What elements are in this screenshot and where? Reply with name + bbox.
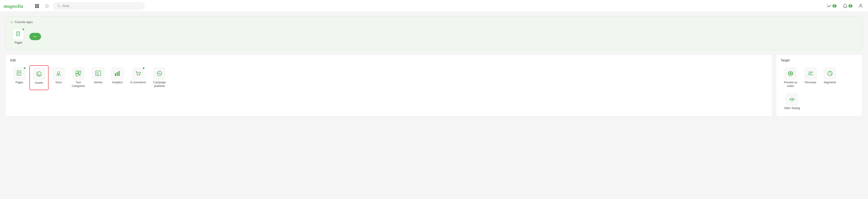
segments-icon xyxy=(827,70,833,77)
abn-testing-icon: A B xyxy=(788,96,795,103)
edit-app-tours[interactable]: Tours xyxy=(50,65,68,90)
assets-grid-icon xyxy=(35,70,42,77)
edit-app-ecommerce[interactable]: E-commerce xyxy=(127,65,149,90)
tasks-icon xyxy=(827,4,832,8)
campaign-publisher-grid-icon-wrap xyxy=(154,67,165,79)
svg-rect-3 xyxy=(38,4,39,5)
assets-grid-label: Assets xyxy=(35,81,43,85)
tour-categories-grid-label: TourCategories xyxy=(72,81,85,88)
svg-rect-4 xyxy=(35,5,36,7)
analytics-grid-icon xyxy=(114,70,121,77)
preview-visitor-icon-wrap xyxy=(785,67,797,79)
favorites-star-button[interactable] xyxy=(43,2,51,9)
svg-point-42 xyxy=(809,72,811,74)
segments-icon-wrap xyxy=(824,67,836,79)
favorites-apps-row: Pages +/− xyxy=(10,27,858,46)
search-icon xyxy=(57,4,61,8)
edit-apps-grid: Pages Assets xyxy=(10,65,768,90)
magnolia-logo: magnolia xyxy=(4,3,29,9)
svg-rect-5 xyxy=(36,5,38,7)
svg-text:magnolia: magnolia xyxy=(4,3,23,9)
ecommerce-grid-label: E-commerce xyxy=(130,81,146,84)
svg-point-26 xyxy=(57,72,60,74)
svg-rect-33 xyxy=(115,73,116,76)
tours-grid-label: Tours xyxy=(55,81,62,84)
tours-grid-icon xyxy=(55,70,62,77)
sections-row: Edit Pages xyxy=(5,55,863,116)
edit-app-pages[interactable]: Pages xyxy=(10,65,29,90)
tour-categories-grid-icon xyxy=(75,70,82,77)
svg-rect-35 xyxy=(119,71,120,76)
stories-grid-label: Stories xyxy=(94,81,102,84)
analytics-grid-label: Analytics xyxy=(112,81,123,84)
target-app-personas[interactable]: Personas xyxy=(802,65,820,90)
tasks-button[interactable]: 0 xyxy=(825,2,838,9)
topnav: magnolia xyxy=(0,0,868,12)
svg-point-36 xyxy=(137,75,138,76)
edit-app-tour-categories[interactable]: TourCategories xyxy=(69,65,88,90)
favorite-app-pages[interactable]: Pages xyxy=(10,27,27,46)
pages-grid-dot xyxy=(24,67,26,69)
campaign-publisher-grid-icon xyxy=(156,70,163,77)
abn-testing-label: A/B/n Testing xyxy=(784,107,800,110)
personas-label: Personas xyxy=(805,81,816,84)
svg-text:B: B xyxy=(793,98,795,101)
stories-grid-icon-wrap xyxy=(92,67,104,79)
svg-point-15 xyxy=(860,4,862,6)
segments-label: Segments xyxy=(824,81,836,84)
svg-rect-6 xyxy=(38,5,39,7)
svg-rect-28 xyxy=(76,71,78,73)
edit-section: Edit Pages xyxy=(5,55,772,116)
main-content: Favorite apps Pages +/− xyxy=(0,12,868,121)
preview-visitor-icon xyxy=(787,70,794,77)
svg-rect-2 xyxy=(36,4,38,5)
svg-rect-1 xyxy=(35,4,36,5)
bell-icon xyxy=(843,4,847,8)
search-bar[interactable] xyxy=(53,2,145,9)
edit-title: Edit xyxy=(10,58,768,62)
personas-icon xyxy=(807,70,814,77)
ecommerce-grid-icon-wrap xyxy=(132,67,144,79)
apps-grid-button[interactable] xyxy=(33,2,40,9)
favorites-section: Favorite apps Pages +/− xyxy=(5,17,863,50)
favorites-title: Favorite apps xyxy=(10,20,858,24)
ecommerce-grid-icon xyxy=(135,70,142,77)
user-avatar-button[interactable] xyxy=(857,2,864,9)
pages-icon xyxy=(15,31,22,37)
edit-app-stories[interactable]: Stories xyxy=(89,65,107,90)
search-input[interactable] xyxy=(62,4,141,8)
tasks-badge: 0 xyxy=(833,4,837,7)
svg-rect-7 xyxy=(35,7,36,8)
target-app-preview-visitor[interactable]: Preview asvisitor xyxy=(781,65,801,90)
svg-point-41 xyxy=(790,73,791,74)
tours-grid-icon-wrap xyxy=(53,67,64,79)
ecommerce-grid-dot xyxy=(143,67,145,69)
svg-line-11 xyxy=(59,6,60,7)
svg-rect-34 xyxy=(117,72,118,76)
svg-point-10 xyxy=(58,5,60,7)
svg-point-25 xyxy=(38,73,38,74)
target-app-segments[interactable]: Segments xyxy=(820,65,839,90)
svg-rect-30 xyxy=(76,74,78,76)
edit-app-analytics[interactable]: Analytics xyxy=(108,65,126,90)
pages-grid-icon-wrap xyxy=(13,67,25,79)
pages-dot xyxy=(22,28,24,30)
target-app-abn-testing[interactable]: A B A/B/n Testing xyxy=(781,91,803,113)
preview-visitor-label: Preview asvisitor xyxy=(784,81,797,88)
svg-point-39 xyxy=(159,73,160,74)
pages-grid-icon xyxy=(16,70,23,77)
analytics-grid-icon-wrap xyxy=(112,67,123,79)
user-icon xyxy=(858,3,863,9)
edit-app-assets[interactable]: Assets xyxy=(29,65,49,90)
personas-icon-wrap xyxy=(805,67,816,79)
assets-grid-icon-wrap xyxy=(33,68,45,80)
favorites-label: Favorite apps xyxy=(15,20,33,24)
notifications-button[interactable]: 0 xyxy=(841,2,854,9)
svg-rect-8 xyxy=(36,7,38,8)
target-title: Target xyxy=(781,58,858,62)
stories-grid-icon xyxy=(95,70,102,77)
edit-app-campaign-publisher[interactable]: Campaignpublisher xyxy=(150,65,169,90)
add-remove-button[interactable]: +/− xyxy=(29,33,41,40)
pages-label: Pages xyxy=(14,41,22,44)
target-apps-grid: Preview asvisitor Personas xyxy=(781,65,858,113)
